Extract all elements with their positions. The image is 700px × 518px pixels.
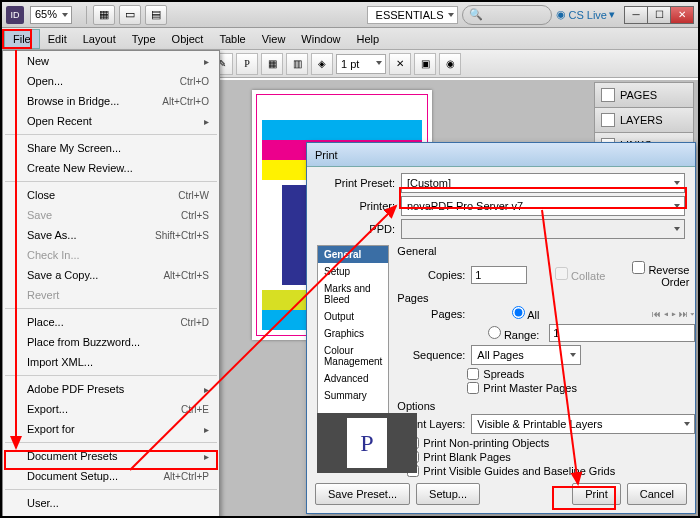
preview-letter: P <box>360 430 373 457</box>
menu-item[interactable]: User... <box>3 493 219 513</box>
menu-help[interactable]: Help <box>348 30 387 48</box>
sequence-label: Sequence: <box>397 349 465 361</box>
copies-label: Copies: <box>397 269 465 281</box>
menu-edit[interactable]: Edit <box>40 30 75 48</box>
menu-item-label: Create New Review... <box>27 162 133 174</box>
menu-item-label: Share My Screen... <box>27 142 121 154</box>
minimize-button[interactable]: ─ <box>624 6 648 24</box>
tool-icon[interactable]: ✕ <box>389 53 411 75</box>
menu-item[interactable]: Save As...Shift+Ctrl+S <box>3 225 219 245</box>
shortcut: Alt+Ctrl+P <box>163 471 209 482</box>
workspace-select[interactable]: ESSENTIALS <box>367 6 459 24</box>
panel-pages[interactable]: PAGES <box>594 82 694 108</box>
menu-item: SaveCtrl+S <box>3 205 219 225</box>
maximize-button[interactable]: ☐ <box>647 6 671 24</box>
nonprint-label: Print Non-printing Objects <box>423 437 549 449</box>
range-label: Range: <box>504 329 539 341</box>
menu-item[interactable]: Save a Copy...Alt+Ctrl+S <box>3 265 219 285</box>
menu-item[interactable]: Open Recent <box>3 111 219 131</box>
menu-item[interactable]: Document Setup...Alt+Ctrl+P <box>3 466 219 486</box>
menubar: FileEditLayoutTypeObjectTableViewWindowH… <box>2 28 698 50</box>
panel-layers[interactable]: LAYERS <box>594 107 694 133</box>
category-item[interactable]: Marks and Bleed <box>318 280 388 308</box>
menu-item[interactable]: Export...Ctrl+E <box>3 399 219 419</box>
menu-item[interactable]: Adobe PDF Presets <box>3 379 219 399</box>
category-item[interactable]: Summary <box>318 387 388 404</box>
category-item[interactable]: Graphics <box>318 325 388 342</box>
menu-item-label: Export for <box>27 423 75 435</box>
menu-item[interactable]: File Info...Alt+Shift+Ctrl+I <box>3 513 219 518</box>
tool-icon[interactable]: ▦ <box>261 53 283 75</box>
menu-item-label: Check In... <box>27 249 80 261</box>
menu-item[interactable]: Create New Review... <box>3 158 219 178</box>
screen-mode-icon[interactable]: ▭ <box>119 5 141 25</box>
close-button[interactable]: ✕ <box>670 6 694 24</box>
cs-live[interactable]: ◉ CS Live ▾ <box>556 8 615 21</box>
category-item[interactable]: Output <box>318 308 388 325</box>
layers-combo[interactable]: Visible & Printable Layers <box>471 414 695 434</box>
menu-item-label: Browse in Bridge... <box>27 95 119 107</box>
arrange-icon[interactable]: ▤ <box>145 5 167 25</box>
range-input[interactable] <box>549 324 695 342</box>
menu-item[interactable]: CloseCtrl+W <box>3 185 219 205</box>
menu-layout[interactable]: Layout <box>75 30 124 48</box>
cancel-button[interactable]: Cancel <box>627 483 687 505</box>
zoom-select[interactable]: 65% <box>30 6 72 24</box>
menu-item[interactable]: Export for <box>3 419 219 439</box>
pages-range-radio[interactable] <box>488 326 501 339</box>
printer-combo[interactable]: novaPDF Pro Server v7 <box>401 196 685 216</box>
layout-icon[interactable]: ▦ <box>93 5 115 25</box>
menu-object[interactable]: Object <box>164 30 212 48</box>
menu-separator <box>5 308 217 309</box>
category-item[interactable]: Colour Management <box>318 342 388 370</box>
menu-separator <box>5 134 217 135</box>
preset-combo[interactable]: [Custom] <box>401 173 685 193</box>
swatch <box>262 120 422 140</box>
setup-button[interactable]: Setup... <box>416 483 480 505</box>
tool-icon[interactable]: ◉ <box>439 53 461 75</box>
menu-table[interactable]: Table <box>211 30 253 48</box>
copies-input[interactable] <box>471 266 527 284</box>
menu-type[interactable]: Type <box>124 30 164 48</box>
menu-separator <box>5 375 217 376</box>
menu-separator <box>5 181 217 182</box>
menu-item[interactable]: Open...Ctrl+O <box>3 71 219 91</box>
category-item[interactable]: General <box>318 246 388 263</box>
menu-item[interactable]: Place from Buzzword... <box>3 332 219 352</box>
menu-item-label: Revert <box>27 289 59 301</box>
sequence-combo[interactable]: All Pages <box>471 345 581 365</box>
stroke-weight-field[interactable]: 1 pt <box>336 54 386 74</box>
menu-view[interactable]: View <box>254 30 294 48</box>
category-item[interactable]: Setup <box>318 263 388 280</box>
master-checkbox[interactable] <box>467 382 479 394</box>
blank-label: Print Blank Pages <box>423 451 510 463</box>
stroke-weight-value: 1 pt <box>341 58 359 70</box>
page-nav-icons[interactable]: ⏮ ◀ ▶ ⏭ ▾ <box>652 309 695 319</box>
pages-all-radio[interactable] <box>512 306 525 319</box>
tool-icon[interactable]: ▥ <box>286 53 308 75</box>
tool-icon[interactable]: ▣ <box>414 53 436 75</box>
menu-item-label: Save As... <box>27 229 77 241</box>
menu-item[interactable]: Document Presets <box>3 446 219 466</box>
type-icon[interactable]: P <box>236 53 258 75</box>
chevron-down-icon <box>684 422 690 426</box>
menu-item-label: Place from Buzzword... <box>27 336 140 348</box>
search-input[interactable]: 🔍 <box>462 5 552 25</box>
print-button[interactable]: Print <box>572 483 621 505</box>
menu-item[interactable]: Import XML... <box>3 352 219 372</box>
reverse-checkbox[interactable] <box>632 261 645 274</box>
tool-icon[interactable]: ◈ <box>311 53 333 75</box>
menu-item[interactable]: Browse in Bridge...Alt+Ctrl+O <box>3 91 219 111</box>
spreads-checkbox[interactable] <box>467 368 479 380</box>
save-preset-button[interactable]: Save Preset... <box>315 483 410 505</box>
layers-value: Visible & Printable Layers <box>477 418 602 430</box>
reverse-label: Reverse Order <box>648 264 689 288</box>
category-item[interactable]: Advanced <box>318 370 388 387</box>
menu-window[interactable]: Window <box>293 30 348 48</box>
menu-item[interactable]: New <box>3 51 219 71</box>
menu-item[interactable]: Share My Screen... <box>3 138 219 158</box>
menu-item[interactable]: Place...Ctrl+D <box>3 312 219 332</box>
zoom-value: 65% <box>35 8 57 20</box>
master-label: Print Master Pages <box>483 382 577 394</box>
menu-file[interactable]: File <box>4 29 40 49</box>
